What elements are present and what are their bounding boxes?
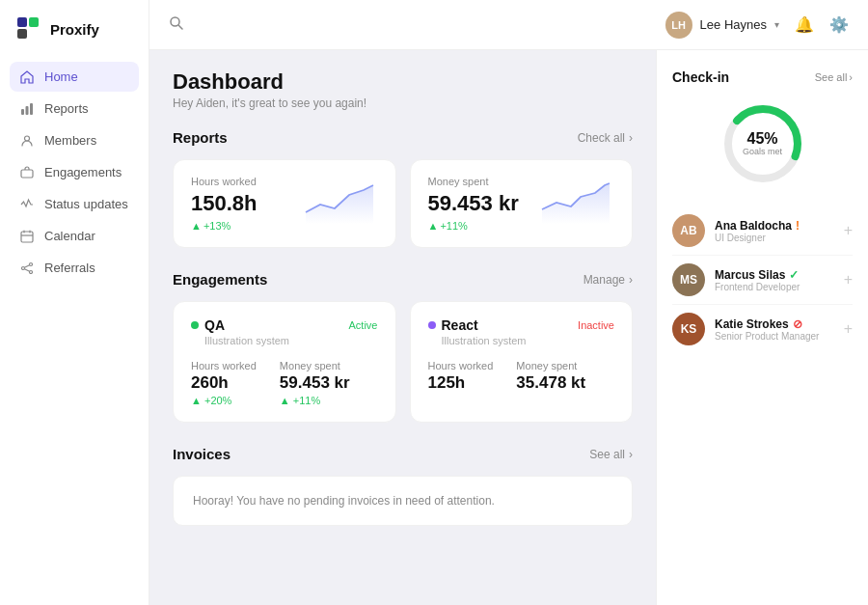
money-chart [537,176,614,224]
warn-icon-ana: ! [796,219,800,233]
svg-point-6 [25,136,30,141]
member-role-katie: Senior Product Manager [715,331,834,342]
header-right: LH Lee Haynes ▾ 🔔 ⚙️ [665,12,849,39]
main-area: LH Lee Haynes ▾ 🔔 ⚙️ Dashboard Hey Aiden… [149,0,868,605]
sidebar-item-engagements[interactable]: Engagements [10,157,139,187]
money-spent-card: Money spent 59.453 kr ▲ +11% [410,159,634,248]
invoices-section-header: Invoices See all › [173,446,633,462]
money-label: Money spent [428,176,519,187]
engagements-cards-row: QA Active Illustration system Hours work… [173,301,633,423]
svg-rect-2 [17,29,27,39]
react-name: React [442,317,478,333]
member-role-marcus: Frontend Developer [715,282,834,292]
invoices-section: Invoices See all › Hooray! You have no p… [173,446,633,526]
qa-stats: Hours worked 260h ▲ +20% Money spent 59.… [191,360,378,406]
member-role-ana: UI Designer [715,233,834,243]
react-status-badge: Inactive [578,319,614,331]
hours-label: Hours worked [191,176,258,187]
proxify-logo-icon [15,15,42,42]
checkin-header: Check-in See all › [672,69,853,85]
engagements-title: Engagements [173,271,267,288]
invoices-see-all[interactable]: See all › [589,448,633,461]
goals-percent: 45% [743,131,782,147]
sidebar-item-engagements-label: Engagements [44,165,122,179]
svg-rect-7 [21,170,33,178]
checkin-members-list: AB Ana Baldocha ! UI Designer + MS [672,206,853,353]
notification-icon[interactable]: 🔔 [795,15,814,34]
qa-engagement-card: QA Active Illustration system Hours work… [173,301,396,423]
engagements-manage[interactable]: Manage › [583,273,633,287]
sidebar-item-members-label: Members [44,133,96,148]
svg-point-9 [30,262,33,265]
briefcase-icon [19,166,35,179]
goals-label: Goals met [743,147,782,156]
qa-header: QA Active [191,317,378,333]
react-engagement-card: React Inactive Illustration system Hours… [410,301,634,423]
hours-change: ▲ +13% [191,220,258,232]
busy-icon-katie: ⊘ [793,317,802,331]
qa-type: Illustration system [204,335,378,346]
qa-status-dot [191,321,199,329]
header: LH Lee Haynes ▾ 🔔 ⚙️ [149,0,868,50]
settings-icon[interactable]: ⚙️ [829,15,849,34]
sidebar-item-reports-label: Reports [44,101,89,116]
qa-name: QA [204,317,225,333]
right-panel: Check-in See all › 45% Goals met [656,50,868,605]
welcome-message: Hey Aiden, it's great to see you again! [173,96,633,110]
app-name: Proxify [50,21,99,38]
qa-money-stat: Money spent 59.453 kr ▲ +11% [280,360,350,406]
share-icon [19,261,35,275]
qa-hours-stat: Hours worked 260h ▲ +20% [191,360,257,406]
avatar-marcus: MS [672,263,705,296]
hours-value: 150.8h [191,191,258,216]
svg-point-12 [171,17,179,26]
add-member-katie[interactable]: + [844,320,853,338]
activity-icon [19,198,35,211]
reports-check-all[interactable]: Check all › [578,131,633,145]
reports-section-header: Reports Check all › [173,129,633,146]
sidebar-item-status-updates[interactable]: Status updates [10,189,139,219]
report-card-inner: Hours worked 150.8h ▲ +13% [191,176,378,232]
sidebar-item-home-label: Home [44,69,78,84]
member-name-marcus: Marcus Silas [715,268,785,282]
sidebar-item-referrals-label: Referrals [44,261,95,275]
avatar-katie: KS [672,313,705,345]
goals-donut-chart: 45% Goals met [672,100,853,187]
avatar: LH [665,12,692,39]
svg-rect-3 [21,109,24,115]
add-member-marcus[interactable]: + [844,271,853,289]
calendar-icon [19,230,35,243]
react-hours-stat: Hours worked 125h [428,360,494,395]
chevron-down-icon: ▾ [774,19,779,30]
add-member-ana[interactable]: + [844,222,853,239]
member-name-ana: Ana Baldocha [715,219,792,233]
sidebar-item-calendar[interactable]: Calendar [10,221,139,251]
engagements-section-header: Engagements Manage › [173,271,633,288]
content-area: Dashboard Hey Aiden, it's great to see y… [149,50,868,605]
react-header: React Inactive [428,317,615,333]
sidebar-item-members[interactable]: Members [10,125,139,155]
main-content: Dashboard Hey Aiden, it's great to see y… [149,50,656,605]
svg-rect-4 [26,106,29,115]
svg-rect-8 [21,232,33,242]
checkin-see-all[interactable]: See all › [815,71,853,83]
chart-icon [19,102,35,116]
checkin-member-marcus[interactable]: MS Marcus Silas ✓ Frontend Developer + [672,256,853,305]
checkin-member-ana[interactable]: AB Ana Baldocha ! UI Designer + [672,206,853,256]
checkin-title: Check-in [672,69,729,85]
hours-chart [301,176,378,224]
sidebar: Proxify Home Reports Members Engagements [0,0,149,605]
search-icon [169,15,184,34]
search-box [169,15,654,34]
ok-icon-marcus: ✓ [789,268,799,282]
money-change: ▲ +11% [428,220,519,232]
sidebar-item-home[interactable]: Home [10,62,139,92]
user-menu[interactable]: LH Lee Haynes ▾ [665,12,779,39]
checkin-member-katie[interactable]: KS Katie Strokes ⊘ Senior Product Manage… [672,305,853,353]
sidebar-item-referrals[interactable]: Referrals [10,253,139,283]
sidebar-item-reports[interactable]: Reports [10,94,139,124]
person-icon [19,134,35,148]
react-type: Illustration system [442,335,615,346]
svg-rect-1 [29,17,39,27]
sidebar-nav: Home Reports Members Engagements Status … [0,62,149,283]
